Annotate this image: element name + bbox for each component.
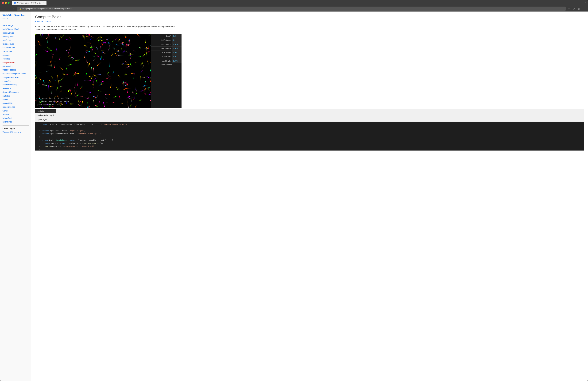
code-text: import spriteWGSL from './sprite.wgsl'; [42, 129, 85, 133]
page-title: Compute Boids [35, 15, 584, 19]
sidebar-item-shadowMapping[interactable]: shadowMapping [2, 83, 29, 86]
code-line-3: 3import spriteWGSL from './sprite.wgsl'; [35, 129, 584, 133]
tab-close-icon[interactable]: ✕ [42, 2, 44, 4]
minimize-button[interactable] [5, 2, 7, 4]
code-tab-updateSprites.wgsl[interactable]: updateSprites.wgsl [35, 113, 56, 117]
code-tab-main.ts[interactable]: main.ts [35, 109, 56, 113]
control-value[interactable]: 0.005 [172, 59, 182, 63]
stat-buffers: spare readback buffers: 2 [36, 103, 70, 106]
control-row-rule2Distance: rule2Distance 0.025 [151, 42, 182, 46]
browser-controls: ‹ › ↻ 🔒 webgpu.github.io/webgpu-samples/… [0, 6, 588, 12]
sidebar-item-helloTriangle[interactable]: helloTriangle [2, 24, 29, 27]
sidebar-item-resizeCanvas[interactable]: resizeCanvas [2, 31, 29, 35]
code-text: assert(adapter, 'requestAdapter returned… [42, 145, 98, 148]
sidebar-item-fractalCube[interactable]: fractalCube [2, 50, 29, 53]
code-tabs: main.tsupdateSprites.wgslsprite.wgsl [35, 109, 584, 122]
forward-button[interactable]: › [7, 7, 11, 11]
browser-titlebar: W Compute Boids - WebGPU S... ✕ + ⌄ [0, 0, 588, 6]
control-label: rule1Scale [151, 52, 172, 54]
stats-overlay: avg compute pass duration: 886µs avg ren… [36, 97, 70, 106]
window-controls-icon: ⌄ [585, 1, 586, 3]
sidebar-github-link[interactable]: Github [2, 17, 29, 20]
code-section: main.tsupdateSprites.wgslsprite.wgsl 1im… [35, 109, 584, 151]
sidebar-item-helloTriangleMSAA[interactable]: helloTriangleMSAA [2, 28, 29, 31]
url-text: webgpu.github.io/webgpu-samples/samples/… [22, 7, 72, 10]
sidebar-item-imageBlur[interactable]: imageBlur [2, 80, 29, 83]
line-number: 6 [37, 138, 41, 142]
line-number: 3 [37, 129, 41, 133]
tab-bar: W Compute Boids - WebGPU S... ✕ + [12, 1, 586, 5]
sidebar-item-cornell[interactable]: cornell [2, 98, 29, 101]
control-rows: deltaT 0.04 rule1Distance 0.1 rule2Dista… [151, 34, 182, 63]
active-tab[interactable]: W Compute Boids - WebGPU S... ✕ [12, 1, 46, 5]
sidebar: WebGPU Samples Github helloTrianglehello… [0, 12, 31, 381]
workload-simulator-label: Workload Simulator ↗ [2, 131, 21, 134]
traffic-lights [2, 2, 10, 4]
line-number: 9 [37, 148, 41, 151]
code-tab-sprite.wgsl[interactable]: sprite.wgsl [35, 117, 56, 122]
sidebar-item-cubemap[interactable]: cubemap [2, 57, 29, 61]
control-label: rule2Distance [151, 43, 172, 45]
close-button[interactable] [2, 2, 4, 4]
code-text: const adapter = await navigator.gpu.requ… [42, 142, 103, 145]
new-tab-button[interactable]: + [47, 1, 51, 5]
github-link[interactable]: See it on Github! [35, 21, 584, 23]
tab-favicon-icon: W [14, 2, 16, 4]
control-label: rule2Scale [151, 56, 172, 58]
reload-button[interactable]: ↻ [12, 7, 16, 11]
control-value[interactable]: 0.025 [172, 46, 182, 50]
sidebar-item-animometer[interactable]: animometer [2, 65, 29, 68]
sidebar-item-worker[interactable]: worker [2, 110, 29, 112]
control-value[interactable]: 0.04 [172, 34, 182, 38]
sidebar-item-instancedCube[interactable]: instancedCube [2, 46, 29, 49]
bookmark-icon[interactable]: ☆ [567, 7, 571, 11]
control-value[interactable]: 0.1 [172, 38, 182, 42]
sidebar-item-samplerParameters[interactable]: samplerParameters [2, 76, 29, 79]
sidebar-item-reversedZ[interactable]: reversedZ [2, 87, 29, 90]
toolbar-right: ☆ ⬡ ◉ ⋮ [567, 7, 586, 11]
sidebar-item-texturedCube[interactable]: texturedCube [2, 43, 29, 45]
sidebar-item-gameOfLife[interactable]: gameOfLife [2, 102, 29, 105]
control-label: deltaT [151, 35, 172, 37]
nav-links: helloTrianglehelloTriangleMSAAresizeCanv… [2, 24, 29, 123]
close-controls-button[interactable]: Close Controls [151, 63, 182, 66]
code-line-2: 2 [35, 126, 584, 129]
code-text: import updateSpritesWGSL from './updateS… [42, 132, 101, 135]
sidebar-item-cameras[interactable]: cameras [2, 54, 29, 57]
code-lines: 1import { assert, makeSample, SampleInit… [35, 123, 584, 151]
control-row-rule2Scale: rule2Scale 0.05 [151, 55, 182, 59]
sidebar-item-deferredRendering[interactable]: deferredRendering [2, 91, 29, 94]
control-value[interactable]: 0.025 [172, 42, 182, 46]
sidebar-item-rotatingCube[interactable]: rotatingCube [2, 35, 29, 38]
sidebar-item-renderBundles[interactable]: renderBundles [2, 106, 29, 109]
sidebar-item-normalMap[interactable]: normalMap [2, 120, 29, 123]
sidebar-item-A-buffer[interactable]: A-buffer [2, 113, 29, 116]
line-number: 7 [37, 142, 41, 145]
code-line-9: 9 [35, 148, 584, 151]
profile-icon[interactable]: ◉ [577, 7, 581, 11]
sidebar-divider-2 [2, 125, 29, 126]
extensions-icon[interactable]: ⬡ [572, 7, 576, 11]
control-value[interactable]: 0.05 [172, 55, 182, 59]
control-row-rule3Scale: rule3Scale 0.005 [151, 59, 182, 63]
sidebar-item-videoUploadingWebCodecs[interactable]: videoUploadingWebCodecs [2, 72, 29, 75]
sidebar-item-computeBoids[interactable]: computeBoids [2, 61, 29, 64]
lock-icon: 🔒 [19, 8, 21, 10]
code-text: const init: SampleInit = async ({ canvas… [42, 138, 113, 142]
sidebar-item-bitonicSort[interactable]: bitonicSort [2, 117, 29, 120]
code-tab-list: main.tsupdateSprites.wgslsprite.wgsl [35, 109, 56, 122]
maximize-button[interactable] [8, 2, 10, 4]
workload-simulator-link[interactable]: Workload Simulator ↗ [2, 131, 29, 134]
sidebar-title[interactable]: WebGPU Samples [2, 14, 25, 17]
code-line-6: 6const init: SampleInit = async ({ canva… [35, 138, 584, 142]
sidebar-item-twoCubes[interactable]: twoCubes [2, 39, 29, 42]
address-bar[interactable]: 🔒 webgpu.github.io/webgpu-samples/sample… [17, 7, 566, 11]
sidebar-item-videoUploading[interactable]: videoUploading [2, 68, 29, 71]
stat-compute: avg compute pass duration: 886µs [36, 97, 70, 100]
control-value[interactable]: 0.02 [172, 51, 182, 55]
control-row-rule1Scale: rule1Scale 0.02 [151, 51, 182, 55]
sidebar-item-particles[interactable]: particles [2, 94, 29, 98]
back-button[interactable]: ‹ [2, 7, 6, 11]
controls-panel: deltaT 0.04 rule1Distance 0.1 rule2Dista… [151, 34, 182, 108]
menu-icon[interactable]: ⋮ [582, 7, 586, 11]
